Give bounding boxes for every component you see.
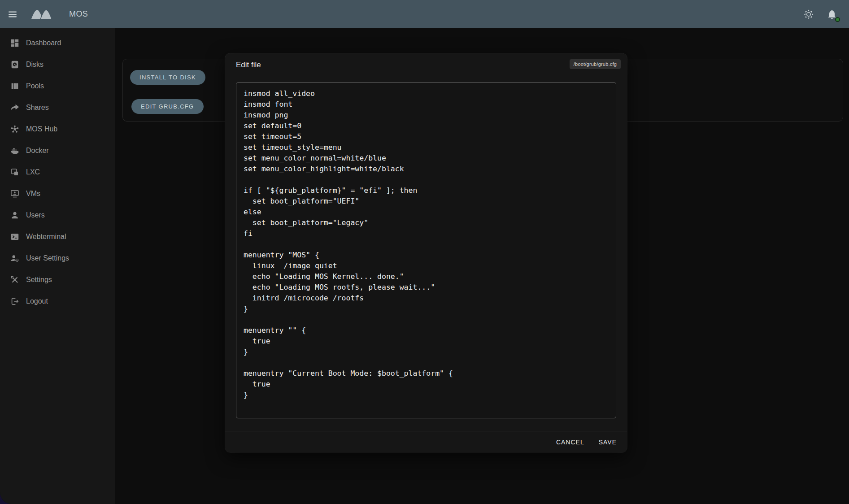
logout-icon	[10, 296, 20, 306]
sidebar-item-label: MOS Hub	[26, 125, 57, 133]
lxc-icon	[10, 167, 20, 177]
sidebar-item-label: Dashboard	[26, 39, 61, 47]
app-root: MOS	[0, 0, 849, 504]
sidebar-item-label: VMs	[26, 190, 40, 198]
top-bar: MOS	[0, 0, 849, 28]
sidebar-item-label: Shares	[26, 104, 49, 112]
users-icon	[10, 210, 20, 220]
settings-icon	[10, 275, 20, 285]
cancel-button[interactable]: CANCEL	[552, 435, 588, 449]
file-path-badge: /boot/grub/grub.cfg	[570, 59, 621, 69]
edit-file-dialog: Edit file /boot/grub/grub.cfg CANCEL SAV…	[225, 53, 627, 452]
sidebar-item-vms[interactable]: VMs	[0, 183, 115, 204]
brightness-toggle-button[interactable]	[800, 5, 818, 23]
sidebar-item-label: Logout	[26, 297, 48, 305]
sidebar-item-settings[interactable]: Settings	[0, 269, 115, 291]
sidebar-item-dashboard[interactable]: Dashboard	[0, 32, 115, 54]
sidebar-item-logout[interactable]: Logout	[0, 291, 115, 312]
grub-config-editor[interactable]	[236, 82, 616, 418]
sidebar-item-mos-hub[interactable]: MOS Hub	[0, 118, 115, 140]
sidebar-item-label: Users	[26, 211, 45, 219]
sidebar-item-user-settings[interactable]: User Settings	[0, 248, 115, 269]
vms-icon	[10, 189, 20, 199]
pools-icon	[10, 81, 20, 91]
dialog-title: Edit file	[236, 61, 261, 70]
sidebar-item-label: Webterminal	[26, 233, 66, 241]
terminal-icon	[10, 232, 20, 242]
user-settings-icon	[10, 253, 20, 263]
sidebar-item-disks[interactable]: Disks	[0, 54, 115, 75]
menu-button[interactable]	[4, 5, 22, 23]
sidebar-item-shares[interactable]: Shares	[0, 97, 115, 118]
sidebar-item-lxc[interactable]: LXC	[0, 161, 115, 183]
sidebar-item-users[interactable]: Users	[0, 204, 115, 226]
sidebar-item-label: Disks	[26, 61, 44, 69]
save-button[interactable]: SAVE	[595, 435, 621, 449]
sidebar-item-pools[interactable]: Pools	[0, 75, 115, 97]
edit-grubcfg-button[interactable]: EDIT GRUB.CFG	[131, 99, 204, 114]
sidebar: Dashboard Disks Pools	[0, 28, 115, 504]
sidebar-item-webterminal[interactable]: Webterminal	[0, 226, 115, 248]
dashboard-icon	[10, 38, 20, 48]
sidebar-item-label: Settings	[26, 276, 52, 284]
dialog-footer: CANCEL SAVE	[225, 431, 627, 452]
hamburger-icon	[7, 9, 18, 20]
hub-icon	[10, 124, 20, 134]
sidebar-item-label: User Settings	[26, 254, 69, 262]
sidebar-item-docker[interactable]: Docker	[0, 140, 115, 161]
sidebar-item-label: Docker	[26, 147, 49, 155]
brightness-icon	[803, 9, 814, 20]
docker-icon	[10, 146, 20, 156]
app-logo	[30, 8, 54, 20]
app-title: MOS	[69, 9, 88, 19]
sidebar-item-label: LXC	[26, 168, 40, 176]
shares-icon	[10, 103, 20, 113]
notification-status-dot	[835, 17, 840, 22]
install-to-disk-button[interactable]: INSTALL TO DISK	[130, 70, 205, 85]
disks-icon	[10, 60, 20, 70]
notifications-button[interactable]	[823, 5, 841, 23]
sidebar-item-label: Pools	[26, 82, 44, 90]
mountains-logo-icon	[30, 8, 54, 20]
